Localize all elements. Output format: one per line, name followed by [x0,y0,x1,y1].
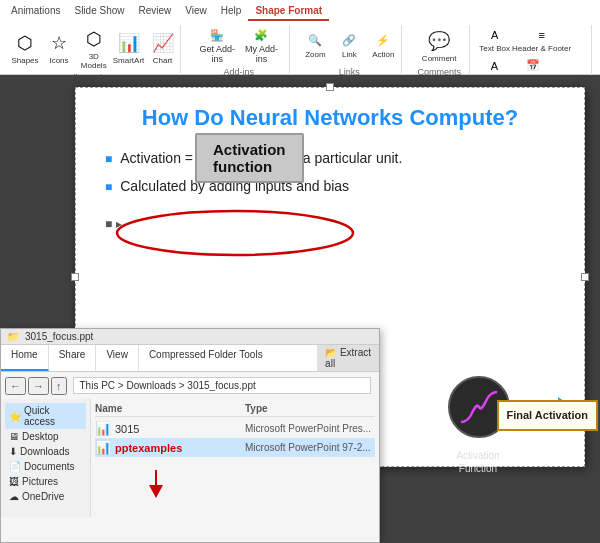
handle-left [71,273,79,281]
activation-box: Activation function [195,133,304,183]
fe-title-icon: 📁 [7,331,19,342]
icons-label: Icons [49,57,68,66]
fe-body: ⭐ Quick access 🖥 Desktop ⬇ Downloads 📄 D… [1,399,379,517]
desktop-icon: 🖥 [9,431,19,442]
fe-sidebar-quickaccess[interactable]: ⭐ Quick access [5,403,86,429]
fe-table-header: Name Type [95,403,375,417]
3d-models-button[interactable]: ⬡ 3D Models [78,25,110,71]
3d-label: 3D Models [78,53,110,71]
header-footer-label: Header & Footer [512,45,571,54]
link-button[interactable]: 🔗 Link [334,31,364,60]
slide-area: How Do Neural Networks Compute? ■ Activa… [0,75,600,543]
bullet-marker-1: ■ [105,152,112,166]
fe-sidebar-onedrive[interactable]: ☁ OneDrive [5,489,86,504]
fe-address-text: This PC > Downloads > 3015_focus.ppt [80,380,256,391]
file-icon-pptexamples: 📊 [95,440,111,455]
fe-row-3015[interactable]: 📊 3015 Microsoft PowerPoint Pres... [95,419,375,438]
ribbon-group-text: A Text Box ≡ Header & Footer A WordArt 📅… [478,25,592,77]
documents-icon: 📄 [9,461,21,472]
fe-tab-share[interactable]: Share [49,345,97,371]
downloads-label: Downloads [20,446,69,457]
activation-oval [115,209,355,257]
documents-label: Documents [24,461,75,472]
smartart-icon: 📊 [115,29,143,57]
fe-tab-home[interactable]: Home [1,345,49,371]
zoom-icon: 🔍 [305,31,325,51]
onedrive-label: OneDrive [22,491,64,502]
tab-animations[interactable]: Animations [4,2,67,19]
chart-label: Chart [153,57,173,66]
fe-sidebar-desktop[interactable]: 🖥 Desktop [5,429,86,444]
fe-file-list: Name Type 📊 3015 Microsoft PowerPoint Pr… [91,399,379,517]
pictures-label: Pictures [22,476,58,487]
fe-back-button[interactable]: ← [5,377,26,395]
icons-button[interactable]: ☆ Icons [44,29,74,66]
sigmoid-graph [459,387,499,427]
textbox-button[interactable]: A Text Box [479,25,510,54]
fe-row-pptexamples[interactable]: 📊 pptexamples Microsoft PowerPoint 97-2.… [95,438,375,457]
shapes-icon: ⬡ [11,29,39,57]
action-label: Action [372,51,394,60]
fe-sidebar: ⭐ Quick access 🖥 Desktop ⬇ Downloads 📄 D… [1,399,91,517]
final-activation-box: Final Activation [497,400,599,431]
fe-tab-view[interactable]: View [96,345,139,371]
fe-sidebar-downloads[interactable]: ⬇ Downloads [5,444,86,459]
file-icon-3015: 📊 [95,421,111,436]
activation-function-label: ActivationFunction [438,449,518,475]
fe-address-bar[interactable]: This PC > Downloads > 3015_focus.ppt [73,377,372,394]
quickaccess-label: Quick access [24,405,82,427]
onedrive-icon: ☁ [9,491,19,502]
file-type-pptexamples: Microsoft PowerPoint 97-2... [245,442,375,453]
fe-sidebar-pictures[interactable]: 🖼 Pictures [5,474,86,489]
red-arrow-file [141,470,171,500]
textbox-icon: A [485,25,505,45]
fe-sidebar-documents[interactable]: 📄 Documents [5,459,86,474]
fe-tab-bar: Home Share View Compressed Folder Tools … [1,345,379,372]
slide-body: ■ Activation = the final value of a part… [75,141,585,213]
ribbon-group-illustrations: ⬡ Shapes ☆ Icons ⬡ 3D Models 📊 SmartArt … [8,25,181,77]
tab-shape-format[interactable]: Shape Format [248,2,329,21]
smartart-button[interactable]: 📊 SmartArt [114,29,144,66]
3d-icon: ⬡ [80,25,108,53]
chart-button[interactable]: 📈 Chart [148,29,178,66]
my-addins-icon: 🧩 [251,25,271,45]
textbox-label: Text Box [479,45,510,54]
fe-nav-bar: ← → ↑ This PC > Downloads > 3015_focus.p… [1,372,379,399]
fe-title-text: 3015_focus.ppt [25,331,93,342]
svg-marker-5 [149,485,163,498]
handle-right [581,273,589,281]
wordart-icon: A [484,56,504,76]
pictures-icon: 🖼 [9,476,19,487]
ribbon-tab-bar: Animations Slide Show Review View Help S… [0,0,600,21]
zoom-button[interactable]: 🔍 Zoom [300,31,330,60]
ribbon-group-addins: 🏪 Get Add-ins 🧩 My Add-ins Add-ins [189,25,291,77]
tab-view[interactable]: View [178,2,214,19]
extract-button[interactable]: 📂 Extractall [317,345,379,371]
fe-up-button[interactable]: ↑ [51,377,67,395]
comment-button[interactable]: 💬 Comment [422,27,457,64]
quickaccess-icon: ⭐ [9,411,21,422]
fe-titlebar: 📁 3015_focus.ppt [1,329,379,345]
comment-icon: 💬 [425,27,453,55]
extract-icon: 📂 [325,347,337,358]
my-addins-label: My Add-ins [242,45,281,65]
fe-tab-compressed[interactable]: Compressed Folder Tools [139,345,273,371]
ribbon: Animations Slide Show Review View Help S… [0,0,600,75]
header-footer-button[interactable]: ≡ Header & Footer [512,25,571,54]
get-addins-label: Get Add-ins [197,45,238,65]
tab-help[interactable]: Help [214,2,249,19]
file-explorer: 📁 3015_focus.ppt Home Share View Compres… [0,328,380,543]
fe-forward-button[interactable]: → [28,377,49,395]
shapes-button[interactable]: ⬡ Shapes [10,29,40,66]
slide-bullet-2: ■ Calculated by adding inputs and bias [105,177,555,195]
ribbon-content: ⬡ Shapes ☆ Icons ⬡ 3D Models 📊 SmartArt … [0,21,600,79]
tab-slideshow[interactable]: Slide Show [67,2,131,19]
my-addins-button[interactable]: 🧩 My Add-ins [242,25,281,65]
action-button[interactable]: ⚡ Action [368,31,398,60]
tab-review[interactable]: Review [132,2,179,19]
get-addins-button[interactable]: 🏪 Get Add-ins [197,25,238,65]
get-addins-icon: 🏪 [207,25,227,45]
zoom-label: Zoom [305,51,325,60]
bullet-marker-2: ■ [105,180,112,194]
desktop-label: Desktop [22,431,59,442]
